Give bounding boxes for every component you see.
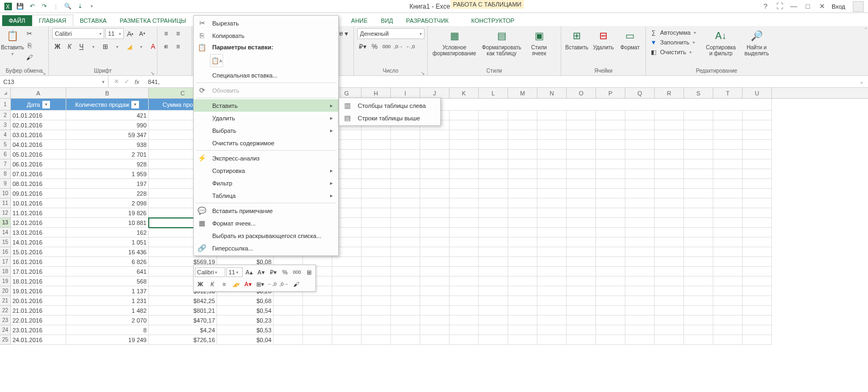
cell[interactable]	[713, 335, 743, 345]
cell[interactable]	[596, 316, 625, 325]
cell[interactable]	[596, 296, 625, 306]
qat-dropdown-icon[interactable]: ▾	[87, 2, 97, 11]
cell[interactable]	[391, 277, 420, 286]
cell[interactable]	[362, 159, 391, 169]
cell[interactable]	[391, 159, 420, 169]
copy-icon[interactable]: ⎘	[24, 40, 35, 51]
format-cells-button[interactable]: ▭Формат	[618, 28, 642, 59]
cell[interactable]	[743, 189, 772, 198]
cell[interactable]	[655, 296, 684, 306]
cell[interactable]	[479, 130, 508, 140]
cell[interactable]	[713, 189, 743, 198]
cell[interactable]	[303, 335, 332, 345]
cell[interactable]	[625, 277, 655, 286]
cell[interactable]	[567, 267, 596, 277]
cell[interactable]	[508, 228, 537, 237]
cell[interactable]	[713, 286, 743, 296]
row-header-17[interactable]: 17	[0, 257, 11, 267]
cell[interactable]: 928	[66, 159, 149, 169]
cell[interactable]: 03.01.2016	[11, 130, 66, 140]
cell[interactable]	[567, 179, 596, 189]
cell[interactable]	[537, 335, 567, 345]
cell[interactable]	[332, 325, 362, 335]
ctx-delete[interactable]: Удалить▸	[194, 112, 338, 124]
cell[interactable]	[508, 267, 537, 277]
cell[interactable]: 162	[66, 228, 149, 237]
cell[interactable]: 14.01.2016	[11, 237, 66, 247]
cell[interactable]	[479, 179, 508, 189]
cell[interactable]	[713, 306, 743, 316]
row-header-12[interactable]: 12	[0, 208, 11, 218]
cell[interactable]: 01.01.2016	[11, 111, 66, 120]
cell[interactable]: $4,24	[149, 325, 217, 335]
column-header-I[interactable]: I	[391, 88, 420, 98]
row-header-8[interactable]: 8	[0, 169, 11, 179]
cell[interactable]	[713, 198, 743, 208]
cell[interactable]	[391, 228, 420, 237]
cell[interactable]	[596, 159, 625, 169]
cell[interactable]: 228	[66, 189, 149, 198]
column-header-S[interactable]: S	[684, 88, 713, 98]
cell[interactable]	[479, 111, 508, 120]
cell[interactable]	[684, 208, 713, 218]
column-header-A[interactable]: A	[11, 88, 66, 98]
cell[interactable]: 197	[66, 179, 149, 189]
cell[interactable]	[449, 228, 479, 237]
cell[interactable]	[449, 130, 479, 140]
row-header-22[interactable]: 22	[0, 306, 11, 316]
column-header-N[interactable]: N	[537, 88, 567, 98]
cell[interactable]	[508, 277, 537, 286]
cell[interactable]	[362, 257, 391, 267]
cell[interactable]	[479, 218, 508, 228]
cell[interactable]	[743, 218, 772, 228]
cell[interactable]	[274, 296, 303, 306]
cell[interactable]: 990	[66, 120, 149, 130]
cell[interactable]	[567, 208, 596, 218]
cell[interactable]	[479, 159, 508, 169]
cell[interactable]	[596, 335, 625, 345]
cell[interactable]: 05.01.2016	[11, 150, 66, 159]
cell[interactable]	[625, 237, 655, 247]
cell[interactable]	[508, 189, 537, 198]
cell[interactable]	[684, 277, 713, 286]
cell[interactable]	[362, 208, 391, 218]
cell[interactable]	[274, 306, 303, 316]
row-header-7[interactable]: 7	[0, 159, 11, 169]
cell[interactable]	[362, 228, 391, 237]
cell[interactable]	[362, 277, 391, 286]
cell[interactable]	[391, 267, 420, 277]
mini-currency-icon[interactable]: ₽▾	[268, 267, 278, 278]
cell[interactable]	[743, 150, 772, 159]
cell[interactable]	[625, 208, 655, 218]
cell[interactable]	[508, 316, 537, 325]
tab-review-truncated[interactable]: АНИЕ	[345, 15, 375, 26]
cell[interactable]	[537, 316, 567, 325]
cell[interactable]: 15.01.2016	[11, 247, 66, 257]
cell[interactable]	[655, 316, 684, 325]
cell[interactable]	[449, 179, 479, 189]
cell[interactable]	[596, 140, 625, 150]
cell[interactable]: $842,25	[149, 296, 217, 306]
cell[interactable]	[537, 159, 567, 169]
column-header-K[interactable]: K	[449, 88, 479, 98]
underline-icon[interactable]: Ч	[76, 41, 87, 52]
cell[interactable]	[743, 111, 772, 120]
cell[interactable]	[537, 247, 567, 257]
cell[interactable]	[713, 120, 743, 130]
cell[interactable]	[420, 179, 449, 189]
ctx-sort[interactable]: Сортировка▸	[194, 164, 338, 177]
row-header-23[interactable]: 23	[0, 316, 11, 325]
cell[interactable]	[625, 286, 655, 296]
cell[interactable]	[537, 140, 567, 150]
cell[interactable]	[684, 159, 713, 169]
row-header-25[interactable]: 25	[0, 335, 11, 345]
cell[interactable]	[625, 325, 655, 335]
cell[interactable]	[479, 189, 508, 198]
cell[interactable]	[713, 316, 743, 325]
mini-inc-decimal-icon[interactable]: ,0→	[278, 279, 289, 290]
cell[interactable]: 12.01.2016	[11, 218, 66, 228]
cell[interactable]	[420, 316, 449, 325]
cell[interactable]	[362, 189, 391, 198]
cell[interactable]	[537, 237, 567, 247]
tab-view[interactable]: ВИД	[374, 15, 400, 26]
